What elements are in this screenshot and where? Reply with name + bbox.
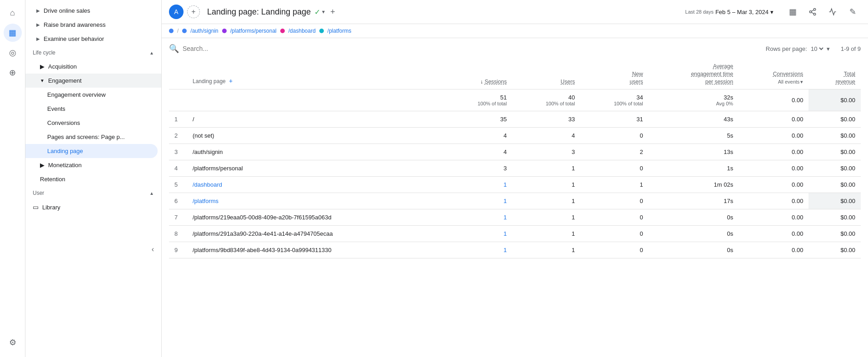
sidebar-sub-engagement-overview[interactable]: Engagement overview bbox=[25, 88, 161, 102]
table-row: 3 /auth/signin 4 3 2 13s 0.00 $0.00 bbox=[169, 144, 861, 160]
landing-page-link[interactable]: /platforms bbox=[187, 193, 444, 209]
chevron-right-icon: ▶ bbox=[36, 36, 40, 41]
svg-point-2 bbox=[813, 13, 816, 15]
table-row: 6 /platforms 1 1 0 17s 0.00 $0.00 bbox=[169, 193, 861, 209]
rows-per-page-control: Rows per page: 10 25 50 ▾ bbox=[766, 45, 830, 53]
table-row: 7 /platforms/219eaa05-00d8-409e-a20b-7f6… bbox=[169, 209, 861, 226]
sidebar-item-drive-online-sales[interactable]: ▶ Drive online sales bbox=[25, 4, 161, 18]
sidebar-sub-pages-screens[interactable]: Pages and screens: Page p... bbox=[25, 130, 161, 144]
sidebar-item-monetization[interactable]: ▶ Monetization bbox=[25, 158, 161, 172]
sessions-link[interactable]: 1 bbox=[444, 226, 512, 242]
sidebar-item-raise-brand-awareness[interactable]: ▶ Raise brand awareness bbox=[25, 18, 161, 32]
chevron-right-icon: ▶ bbox=[40, 63, 45, 70]
sidebar-item-retention[interactable]: Retention bbox=[25, 172, 161, 186]
svg-point-1 bbox=[809, 11, 812, 13]
status-dropdown-icon[interactable]: ▾ bbox=[322, 9, 325, 15]
sidebar-collapse: ‹ bbox=[25, 242, 161, 257]
customize-report-button[interactable]: ▦ bbox=[784, 4, 801, 20]
status-check-icon: ✓ bbox=[314, 8, 320, 16]
sessions-link[interactable]: 1 bbox=[444, 242, 512, 258]
filter-dot-platforms-personal bbox=[222, 29, 227, 33]
sessions-link[interactable]: 1 bbox=[444, 177, 512, 193]
table-row: 5 /dashboard 1 1 1 1m 02s 0.00 $0.00 bbox=[169, 177, 861, 193]
lifecycle-group-header[interactable]: Life cycle ▲ bbox=[25, 46, 161, 60]
user-group-header[interactable]: User ▲ bbox=[25, 186, 161, 200]
collapse-sidebar-button[interactable]: ‹ bbox=[152, 245, 154, 253]
sidebar: ▶ Drive online sales ▶ Raise brand aware… bbox=[25, 0, 162, 357]
col-landing-page: Landing page + bbox=[187, 59, 444, 89]
search-bar: 🔍 Rows per page: 10 25 50 ▾ 1-9 of 9 bbox=[169, 38, 861, 59]
nav-explore-icon[interactable]: ◎ bbox=[4, 44, 22, 62]
rows-dropdown-icon: ▾ bbox=[827, 45, 830, 52]
sidebar-item-examine-user-behavior[interactable]: ▶ Examine user behavior bbox=[25, 32, 161, 46]
date-range-selector[interactable]: Last 28 days Feb 5 – Mar 3, 2024 ▾ bbox=[685, 9, 774, 15]
share-button[interactable] bbox=[804, 4, 821, 20]
table-area: 🔍 Rows per page: 10 25 50 ▾ 1-9 of 9 Lan… bbox=[162, 38, 868, 357]
col-new-users: Newusers bbox=[580, 59, 649, 89]
sidebar-sub-events[interactable]: Events bbox=[25, 102, 161, 116]
col-total-revenue: Totalrevenue bbox=[808, 59, 861, 89]
page-title: Landing page: Landing page bbox=[207, 7, 311, 17]
conversions-dropdown-icon[interactable]: ▾ bbox=[800, 79, 803, 85]
svg-line-3 bbox=[811, 12, 813, 14]
pagination-info: 1-9 of 9 bbox=[841, 45, 861, 52]
col-users: Users bbox=[512, 59, 580, 89]
sidebar-sub-landing-page[interactable]: Landing page bbox=[25, 144, 158, 158]
col-conversions: Conversions All events ▾ bbox=[739, 59, 808, 89]
rows-per-page-select[interactable]: 10 25 50 bbox=[809, 45, 825, 53]
sidebar-item-engagement[interactable]: ▼ Engagement bbox=[25, 74, 161, 88]
avatar: A bbox=[169, 5, 184, 19]
filter-auth-signin[interactable]: /auth/signin bbox=[190, 28, 218, 34]
filter-dot-platforms bbox=[319, 29, 324, 33]
col-num bbox=[169, 59, 187, 89]
nav-advertising-icon[interactable]: ⊕ bbox=[4, 64, 22, 82]
filter-dot-auth bbox=[182, 29, 187, 33]
main-content: A + Landing page: Landing page ✓ ▾ + Las… bbox=[162, 0, 868, 357]
filter-platforms[interactable]: /platforms bbox=[327, 28, 352, 34]
nav-home-icon[interactable]: ⌂ bbox=[4, 4, 22, 22]
landing-page-link[interactable]: /dashboard bbox=[187, 177, 444, 193]
table-row: 2 (not set) 4 4 0 5s 0.00 $0.00 bbox=[169, 128, 861, 144]
sidebar-item-acquisition[interactable]: ▶ Acquisition bbox=[25, 60, 161, 74]
edit-button[interactable]: ✎ bbox=[844, 4, 861, 20]
table-row: 1 / 35 33 31 43s 0.00 $0.00 bbox=[169, 111, 861, 128]
filter-dashboard[interactable]: /dashboard bbox=[288, 28, 316, 34]
col-avg-engagement: Averageengagement timeper session bbox=[649, 59, 739, 89]
add-comparison-button[interactable]: + bbox=[187, 5, 200, 18]
filter-dot-dashboard bbox=[280, 29, 285, 33]
sessions-link[interactable]: 1 bbox=[444, 209, 512, 226]
chevron-right-icon: ▶ bbox=[40, 162, 45, 169]
chevron-right-icon: ▶ bbox=[36, 22, 40, 27]
svg-line-4 bbox=[811, 10, 813, 11]
data-table: Landing page + ↓ Sessions Users Newusers… bbox=[169, 59, 861, 258]
icon-nav: ⌂ ▦ ◎ ⊕ ⚙ bbox=[0, 0, 25, 357]
sessions-link[interactable]: 1 bbox=[444, 193, 512, 209]
add-column-icon[interactable]: + bbox=[229, 77, 233, 84]
search-input[interactable] bbox=[183, 45, 762, 52]
status-badge: ✓ ▾ bbox=[314, 8, 325, 16]
user-toggle-icon: ▲ bbox=[149, 191, 154, 196]
table-row: 9 /platforms/9bd8349f-abe8-4d43-9134-0a9… bbox=[169, 242, 861, 258]
insights-button[interactable] bbox=[824, 4, 841, 20]
nav-settings-icon[interactable]: ⚙ bbox=[4, 333, 22, 352]
search-icon: 🔍 bbox=[169, 44, 179, 54]
sidebar-item-library[interactable]: ▭ Library bbox=[25, 200, 161, 214]
chevron-right-icon: ▶ bbox=[36, 8, 40, 13]
table-row: 8 /platforms/291a3a90-220a-4e41-a14e-a47… bbox=[169, 226, 861, 242]
table-row: 4 /platforms/personal 3 1 0 1s 0.00 $0.0… bbox=[169, 160, 861, 177]
svg-point-0 bbox=[813, 9, 816, 11]
lifecycle-toggle-icon: ▲ bbox=[149, 50, 154, 55]
filter-dot-slash bbox=[169, 29, 174, 33]
filter-bar: / /auth/signin /platforms/personal /dash… bbox=[162, 24, 868, 38]
totals-row: 51 100% of total 40 100% of total 34 100… bbox=[169, 89, 861, 111]
date-dropdown-icon: ▾ bbox=[770, 9, 774, 15]
header: A + Landing page: Landing page ✓ ▾ + Las… bbox=[162, 0, 868, 24]
filter-platforms-personal[interactable]: /platforms/personal bbox=[230, 28, 277, 34]
col-sessions[interactable]: ↓ Sessions bbox=[444, 59, 512, 89]
sidebar-sub-conversions[interactable]: Conversions bbox=[25, 116, 161, 130]
add-filter-button[interactable]: + bbox=[330, 7, 335, 17]
library-icon: ▭ bbox=[33, 203, 39, 211]
header-action-icons: ▦ ✎ bbox=[784, 4, 861, 20]
nav-reports-icon[interactable]: ▦ bbox=[4, 24, 22, 42]
chevron-down-icon: ▼ bbox=[40, 78, 45, 83]
